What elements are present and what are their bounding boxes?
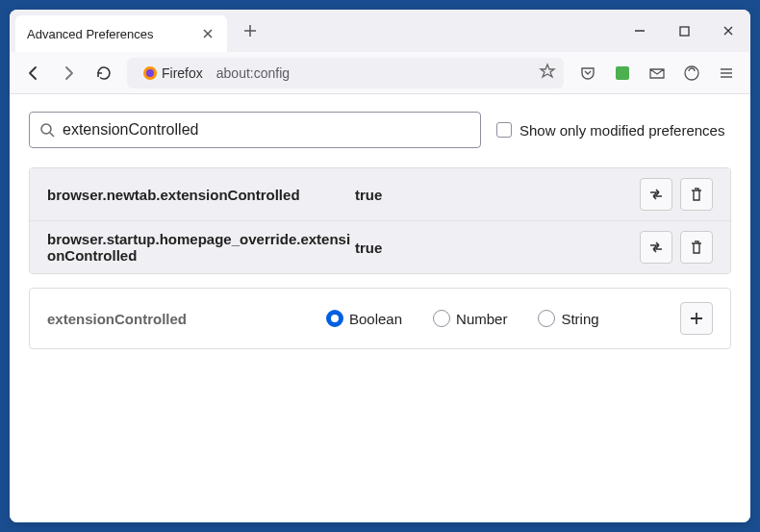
about-config-content: extensionControlled Show only modified p… xyxy=(10,94,750,522)
svg-point-5 xyxy=(41,124,51,134)
new-tab-button[interactable] xyxy=(237,17,264,44)
search-icon xyxy=(39,122,55,138)
pref-name: browser.startup.homepage_override.extens… xyxy=(47,231,355,264)
tab-title: Advanced Preferences xyxy=(27,27,154,41)
browser-tab[interactable]: Advanced Preferences xyxy=(15,15,227,52)
forward-button[interactable] xyxy=(52,57,85,89)
checkbox-icon xyxy=(496,122,512,138)
close-tab-icon[interactable] xyxy=(200,26,215,41)
show-modified-checkbox[interactable]: Show only modified preferences xyxy=(496,122,724,139)
radio-number[interactable]: Number xyxy=(433,310,507,327)
identity-label: Firefox xyxy=(162,65,203,81)
type-radio-group: Boolean Number String xyxy=(326,310,599,327)
extension-icon[interactable] xyxy=(606,57,639,89)
pref-name: browser.newtab.extensionControlled xyxy=(47,187,355,203)
svg-rect-3 xyxy=(616,66,629,80)
add-pref-row: extensionControlled Boolean Number Strin… xyxy=(29,288,731,349)
prefs-table: browser.newtab.extensionControlled true … xyxy=(29,167,731,274)
reload-button[interactable] xyxy=(87,57,119,89)
url-text: about:config xyxy=(216,65,290,81)
radio-boolean[interactable]: Boolean xyxy=(326,310,402,327)
browser-window: Advanced Preferences Firefox about:confi… xyxy=(10,10,750,522)
mail-icon[interactable] xyxy=(641,57,673,89)
pref-value: true xyxy=(355,240,451,256)
radio-string[interactable]: String xyxy=(538,310,598,327)
search-row: extensionControlled Show only modified p… xyxy=(29,112,731,148)
svg-rect-0 xyxy=(680,27,689,36)
checkbox-label: Show only modified preferences xyxy=(519,122,724,139)
pref-row: browser.startup.homepage_override.extens… xyxy=(30,220,730,273)
url-bar[interactable]: Firefox about:config xyxy=(127,58,564,89)
bookmark-star-icon[interactable] xyxy=(539,63,556,83)
toggle-button[interactable] xyxy=(640,178,672,211)
back-button[interactable] xyxy=(17,57,50,89)
search-input[interactable]: extensionControlled xyxy=(29,112,481,148)
toggle-button[interactable] xyxy=(640,231,672,264)
pref-row: browser.newtab.extensionControlled true xyxy=(30,168,730,220)
minimize-button[interactable] xyxy=(618,10,662,52)
profile-icon[interactable] xyxy=(675,57,708,89)
identity-pill[interactable]: Firefox xyxy=(135,63,211,83)
search-value: extensionControlled xyxy=(63,121,198,139)
navigation-toolbar: Firefox about:config xyxy=(10,52,750,94)
add-pref-name: extensionControlled xyxy=(47,311,326,327)
svg-point-2 xyxy=(146,69,154,77)
pref-value: true xyxy=(355,187,451,203)
pocket-icon[interactable] xyxy=(571,57,604,89)
add-button[interactable] xyxy=(680,302,713,335)
close-window-button[interactable] xyxy=(706,10,750,52)
delete-button[interactable] xyxy=(680,178,713,211)
window-controls xyxy=(618,10,750,52)
maximize-button[interactable] xyxy=(662,10,706,52)
delete-button[interactable] xyxy=(680,231,713,264)
titlebar: Advanced Preferences xyxy=(10,10,750,52)
firefox-icon xyxy=(142,65,158,81)
menu-button[interactable] xyxy=(710,57,743,89)
